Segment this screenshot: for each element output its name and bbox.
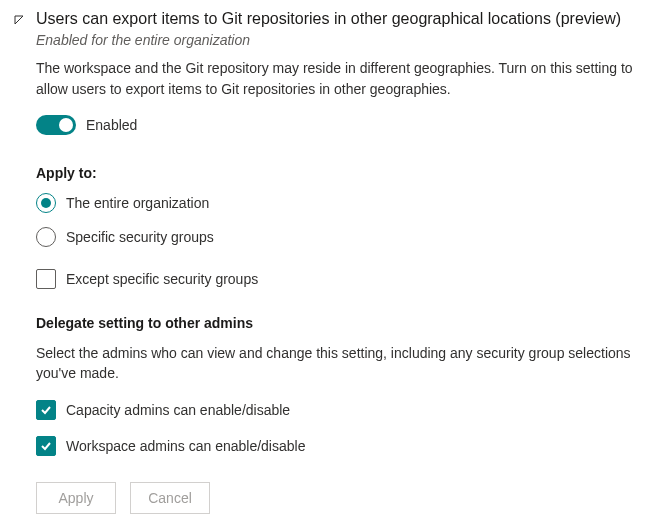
radio-specific-groups[interactable]: [36, 227, 56, 247]
setting-title: Users can export items to Git repositori…: [36, 8, 621, 30]
checkbox-except-groups-label: Except specific security groups: [66, 271, 258, 287]
collapse-icon[interactable]: [12, 13, 26, 27]
checkbox-capacity-admins[interactable]: [36, 400, 56, 420]
delegate-label: Delegate setting to other admins: [36, 315, 644, 331]
radio-entire-organization-label: The entire organization: [66, 195, 209, 211]
checkbox-capacity-admins-label: Capacity admins can enable/disable: [66, 402, 290, 418]
cancel-button[interactable]: Cancel: [130, 482, 210, 514]
apply-button[interactable]: Apply: [36, 482, 116, 514]
setting-description: The workspace and the Git repository may…: [36, 58, 644, 99]
checkbox-workspace-admins-label: Workspace admins can enable/disable: [66, 438, 305, 454]
radio-specific-groups-label: Specific security groups: [66, 229, 214, 245]
setting-subtitle: Enabled for the entire organization: [36, 32, 644, 48]
enabled-toggle-label: Enabled: [86, 117, 137, 133]
radio-entire-organization[interactable]: [36, 193, 56, 213]
checkbox-workspace-admins[interactable]: [36, 436, 56, 456]
checkbox-except-groups[interactable]: [36, 269, 56, 289]
apply-to-label: Apply to:: [36, 165, 644, 181]
enabled-toggle[interactable]: [36, 115, 76, 135]
delegate-description: Select the admins who can view and chang…: [36, 343, 644, 384]
